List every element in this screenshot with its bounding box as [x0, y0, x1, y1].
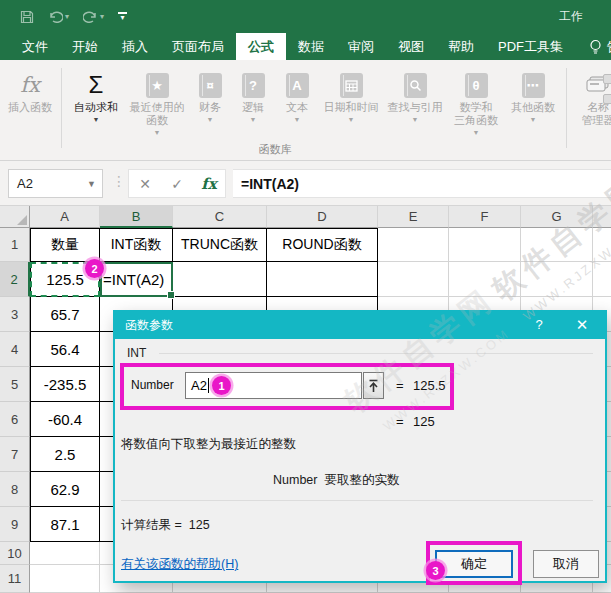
redo-button[interactable]: ▾: [83, 11, 104, 23]
cell-c1[interactable]: TRUNC函数: [173, 228, 267, 262]
customize-quick-access-icon[interactable]: ▾: [118, 12, 127, 21]
cell-d1[interactable]: ROUND函数: [267, 228, 378, 262]
formula-bar: A2 ▼ ⋮ ✕ ✓ fx =INT(A2): [0, 161, 611, 206]
row-header-11[interactable]: 11: [0, 565, 30, 593]
chevron-down-icon: ▼: [250, 115, 257, 124]
col-header-d[interactable]: D: [267, 206, 378, 228]
book-star-icon: ★: [146, 73, 169, 98]
cell[interactable]: [593, 262, 611, 297]
quick-access-toolbar: ▾ ▾ ▾: [0, 10, 127, 24]
col-header-f[interactable]: F: [449, 206, 521, 228]
function-name-label: INT: [127, 346, 146, 360]
ribbon-divider: [566, 68, 567, 148]
cell-a9[interactable]: 87.1: [30, 507, 100, 542]
insert-function-button[interactable]: fx 插入函数: [4, 64, 56, 114]
tab-review[interactable]: 审阅: [336, 33, 386, 60]
cancel-entry-button[interactable]: ✕: [129, 176, 161, 192]
cell-b1[interactable]: INT函数: [100, 228, 173, 262]
cell[interactable]: [173, 262, 267, 297]
sigma-icon: Σ: [89, 72, 104, 98]
undo-dropdown-icon[interactable]: ▾: [65, 12, 69, 21]
cell[interactable]: [30, 542, 100, 565]
cell-a3[interactable]: 65.7: [30, 297, 100, 332]
collapse-dialog-button[interactable]: [363, 372, 384, 399]
cell[interactable]: [449, 228, 521, 262]
step-badge-2: 2: [85, 259, 104, 278]
param-result-value: 125.5: [413, 378, 446, 393]
cell[interactable]: [30, 565, 100, 593]
tab-file[interactable]: 文件: [10, 33, 60, 60]
col-header-g[interactable]: G: [521, 206, 593, 228]
tab-insert[interactable]: 插入: [110, 33, 160, 60]
tab-data[interactable]: 数据: [286, 33, 336, 60]
cell-a4[interactable]: 56.4: [30, 332, 100, 367]
recently-used-button[interactable]: ★ 最近使用的 函数 ▼: [125, 64, 189, 137]
logical-button[interactable]: ? 逻辑 ▼: [231, 64, 275, 124]
cell-a6[interactable]: -60.4: [30, 402, 100, 437]
tab-view[interactable]: 视图: [386, 33, 436, 60]
row-header-7[interactable]: 7: [0, 437, 30, 472]
function-help-link[interactable]: 有关该函数的帮助(H): [121, 556, 238, 573]
math-trig-button[interactable]: θ 数学和 三角函数 ▼: [447, 64, 505, 137]
formula-input[interactable]: =INT(A2): [233, 169, 611, 198]
redo-dropdown-icon[interactable]: ▾: [100, 12, 104, 21]
date-time-button[interactable]: 日期和时间 ▼: [319, 64, 383, 124]
tab-pdf-tools[interactable]: PDF工具集: [486, 33, 575, 60]
row-header-2[interactable]: 2: [0, 262, 30, 297]
row-header-8[interactable]: 8: [0, 472, 30, 507]
function-library-group-label: 函数库: [240, 142, 310, 157]
cell[interactable]: [521, 262, 593, 297]
cell-a5[interactable]: -235.5: [30, 367, 100, 402]
row-header-6[interactable]: 6: [0, 402, 30, 437]
lookup-reference-button[interactable]: 查找与引用 ▼: [383, 64, 447, 124]
cell-a1[interactable]: 数量: [30, 228, 100, 262]
row-header-1[interactable]: 1: [0, 228, 30, 262]
name-box-dropdown-icon[interactable]: ▼: [87, 179, 96, 189]
chevron-down-icon: ▼: [207, 115, 214, 124]
column-header-row: A B C D E F G: [0, 206, 611, 228]
select-all-corner[interactable]: [0, 206, 30, 228]
ok-button[interactable]: 确定: [435, 550, 513, 578]
tab-page-layout[interactable]: 页面布局: [160, 33, 236, 60]
row-header-3[interactable]: 3: [0, 297, 30, 332]
chevron-down-icon: ▼: [93, 115, 100, 124]
dialog-close-icon[interactable]: ✕: [573, 316, 591, 334]
tab-help[interactable]: 帮助: [436, 33, 486, 60]
cell[interactable]: [521, 228, 593, 262]
cell[interactable]: [449, 262, 521, 297]
cell[interactable]: [378, 262, 449, 297]
cell[interactable]: [593, 228, 611, 262]
collapse-range-icon: [368, 379, 379, 393]
cell-b2-editing[interactable]: =INT(A2): [100, 262, 173, 297]
tell-me-search[interactable]: 告: [575, 33, 611, 60]
row-header-5[interactable]: 5: [0, 367, 30, 402]
cell-a7[interactable]: 2.5: [30, 437, 100, 472]
undo-button[interactable]: ▾: [48, 11, 69, 23]
row-header-9[interactable]: 9: [0, 507, 30, 542]
cell-a8[interactable]: 62.9: [30, 472, 100, 507]
text-button[interactable]: A 文本 ▼: [275, 64, 319, 124]
col-header-b[interactable]: B: [100, 206, 173, 228]
row-header-10[interactable]: 10: [0, 542, 30, 565]
autosum-button[interactable]: Σ 自动求和 ▼: [67, 64, 125, 124]
name-box[interactable]: A2 ▼: [8, 169, 103, 198]
enter-entry-button[interactable]: ✓: [161, 176, 193, 192]
function-description: 将数值向下取整为最接近的整数: [121, 436, 296, 453]
col-header-c[interactable]: C: [173, 206, 267, 228]
excel-window: ▾ ▾ ▾ 工作 文件 开始 插入 页面布局 公式 数据 审阅 视图 帮助 PD…: [0, 0, 611, 593]
tab-home[interactable]: 开始: [60, 33, 110, 60]
cancel-button[interactable]: 取消: [533, 550, 599, 578]
financial-button[interactable]: ¤ 财务 ▼: [189, 64, 231, 124]
cell[interactable]: [378, 228, 449, 262]
dialog-help-icon[interactable]: ?: [531, 317, 547, 332]
insert-function-fx-button[interactable]: fx: [193, 175, 225, 193]
cell[interactable]: [267, 262, 378, 297]
col-header-e[interactable]: E: [378, 206, 449, 228]
dialog-title: 函数参数: [125, 317, 173, 334]
col-header-a[interactable]: A: [30, 206, 100, 228]
tab-formulas[interactable]: 公式: [236, 33, 286, 60]
ribbon: fx 插入函数 Σ 自动求和 ▼ ★ 最近使用的 函数 ▼ ¤ 财务 ▼ ?: [0, 60, 611, 161]
save-icon[interactable]: [20, 10, 34, 24]
more-functions-button[interactable]: ⋯ 其他函数 ▼: [505, 64, 561, 124]
row-header-4[interactable]: 4: [0, 332, 30, 367]
